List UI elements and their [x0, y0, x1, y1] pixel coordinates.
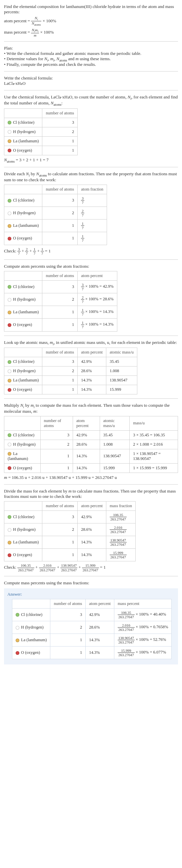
element-dot: [8, 140, 11, 143]
atom-percent-formula: atom percent = NiNatoms × 100%: [4, 16, 178, 27]
table-row: Cl (chlorine)337: [4, 194, 107, 207]
mass-calc-block: Multiply Ni by mi to compute the mass fo…: [4, 403, 178, 480]
divider: [4, 336, 178, 336]
plan-block: Plan: • Write the chemical formula and g…: [4, 45, 178, 67]
plan-title: Plan:: [4, 45, 178, 51]
plan-bullet: • Write the chemical formula and gather …: [4, 51, 178, 56]
table-row: La (lanthanum)117 × 100% = 14.3%: [4, 306, 117, 319]
divider: [4, 41, 178, 41]
table-row: Cl (chlorine)337 × 100% = 42.9%: [4, 280, 117, 293]
mass-fraction-table: number of atomsatom percentmass fraction…: [4, 501, 136, 562]
atom-fraction-table: number of atomsatom fraction Cl (chlorin…: [4, 185, 107, 245]
table-row: H (hydrogen)228.6%2.016263.27047: [4, 523, 136, 536]
table-row: H (hydrogen)227: [4, 207, 107, 219]
mass-percent-block: Compute mass percents using the mass fra…: [4, 580, 178, 665]
table-row: Cl (chlorine)3: [4, 118, 78, 127]
mass-lookup-intro: Look up the atomic mass, mi, in unified …: [4, 340, 178, 346]
table-row: La (lanthanum)114.3%138.90547: [4, 376, 137, 385]
table-row: O (oxygen)114.3%15.9991 × 15.999 = 15.99…: [4, 463, 178, 472]
mass-percent-formula: mass percent = Nimim × 100%: [4, 28, 178, 37]
mass-calc-table: number of atomsatom percentatomic mass/u…: [4, 416, 178, 473]
mass-fraction-block: Divide the mass for each element by m to…: [4, 489, 178, 572]
count-table: number of atoms Cl (chlorine)3 H (hydrog…: [4, 108, 78, 155]
table-row: Cl (chlorine)342.9%35.453 × 35.45 = 106.…: [4, 430, 178, 440]
divider: [4, 259, 178, 260]
divider: [4, 576, 178, 576]
divider: [4, 167, 178, 167]
table-row: H (hydrogen)227 × 100% = 28.6%: [4, 293, 117, 306]
plan-bullet: • Finally, compute the percents and chec…: [4, 62, 178, 67]
table-row: O (oxygen)114.3%15.999263.27047: [4, 549, 136, 561]
answer-table: number of atomsatom percentmass percent …: [12, 599, 172, 659]
atom-percent-block: Compute atom percents using the atom fra…: [4, 264, 178, 332]
mass-lookup-table: number of atomsatom percentatomic mass/u…: [4, 347, 137, 395]
table-row: O (oxygen)114.3%15.999263.27047 × 100% =…: [12, 647, 172, 659]
element-dot: [8, 130, 11, 134]
table-row: Cl (chlorine)342.9%106.35263.27047 × 100…: [12, 608, 172, 621]
molecular-mass-total: m = 106.35 u + 2.016 u + 138.90547 u + 1…: [4, 475, 178, 480]
count-intro: Use the chemical formula, LaCl₃·xH₂O, to…: [4, 94, 178, 106]
mass-frac-intro: Divide the mass for each element by m to…: [4, 489, 178, 499]
mass-pct-intro: Compute mass percents using the mass fra…: [4, 580, 178, 586]
table-row: O (oxygen)1: [4, 146, 78, 155]
atom-percent-table: number of atomsatom percent Cl (chlorine…: [4, 271, 117, 332]
divider: [4, 71, 178, 71]
table-row: H (hydrogen)228.6%1.008: [4, 367, 137, 376]
count-block: Use the chemical formula, LaCl₃·xH₂O, to…: [4, 94, 178, 163]
divider: [4, 398, 178, 399]
mass-lookup-block: Look up the atomic mass, mi, in unified …: [4, 340, 178, 395]
intro-block: Find the elemental composition for lanth…: [4, 4, 178, 37]
natoms-total: Natoms = 3 + 2 + 1 + 1 = 7: [4, 157, 178, 163]
atom-frac-intro: Divide each Ni by Natoms to calculate at…: [4, 171, 178, 183]
table-row: La (lanthanum)1: [4, 136, 78, 146]
table-row: O (oxygen)117: [4, 232, 107, 245]
mass-calc-intro: Multiply Ni by mi to compute the mass fo…: [4, 403, 178, 414]
table-row: O (oxygen)114.3%15.999: [4, 385, 137, 395]
divider: [4, 90, 178, 90]
mass-frac-check: Check: 106.35263.27047 + 2.016263.27047 …: [4, 563, 178, 572]
table-row: H (hydrogen)228.6%1.0082 × 1.008 = 2.016: [4, 440, 178, 449]
atom-pct-intro: Compute atom percents using the atom fra…: [4, 264, 178, 269]
element-dot: [8, 121, 11, 124]
formula-title: Write the chemical formula:: [4, 75, 178, 81]
divider: [4, 484, 178, 485]
chemical-formula: LaCl₃·xH₂O: [4, 81, 178, 86]
table-row: O (oxygen)117 × 100% = 14.3%: [4, 319, 117, 331]
table-row: H (hydrogen)2: [4, 127, 78, 136]
table-row: La (lanthanum)114.3%138.905471 × 138.905…: [4, 449, 178, 463]
atom-frac-check: Check: 37 + 27 + 17 + 17 = 1: [4, 247, 178, 255]
table-row: La (lanthanum)114.3%138.90547263.27047: [4, 536, 136, 549]
plan-bullet: • Determine values for Ni, mi, Natoms an…: [4, 56, 178, 62]
table-row: H (hydrogen)228.6%2.016263.27047 × 100% …: [12, 621, 172, 633]
answer-block: Answer: number of atomsatom percentmass …: [4, 588, 178, 665]
element-dot: [8, 149, 11, 152]
formula-block: Write the chemical formula: LaCl₃·xH₂O: [4, 75, 178, 86]
table-row: La (lanthanum)117: [4, 219, 107, 232]
table-row: La (lanthanum)114.3%138.90547263.27047 ×…: [12, 634, 172, 647]
atom-fraction-block: Divide each Ni by Natoms to calculate at…: [4, 171, 178, 255]
answer-label: Answer:: [7, 592, 175, 597]
table-row: Cl (chlorine)342.9%106.35263.27047: [4, 510, 136, 523]
table-row: Cl (chlorine)342.9%35.45: [4, 357, 137, 367]
intro-line: Find the elemental composition for lanth…: [4, 4, 178, 14]
